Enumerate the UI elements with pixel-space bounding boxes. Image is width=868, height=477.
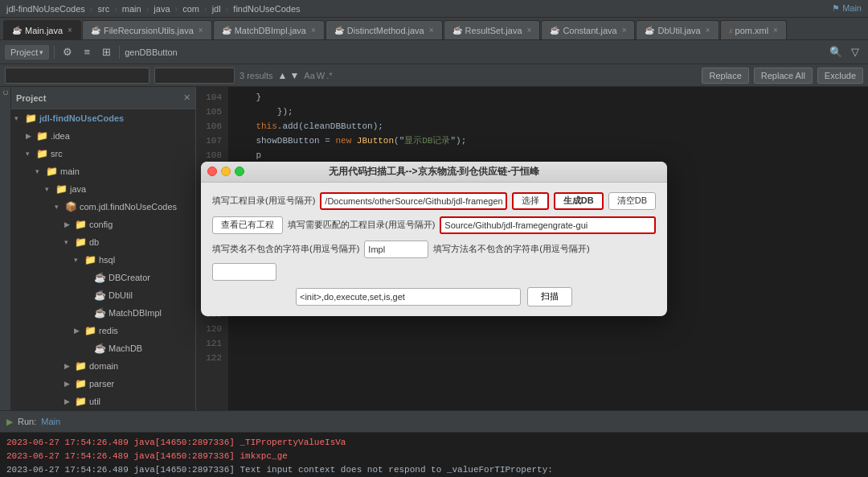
classname-filter-input[interactable] <box>364 241 428 258</box>
code-line: p <box>235 148 862 162</box>
tab-close4[interactable]: × <box>429 26 434 35</box>
tab-matchdbimpl[interactable]: ☕ MatchDBImpl.java × <box>213 20 325 39</box>
tree-item-parser[interactable]: ▶ 📁 parser <box>11 375 195 393</box>
minimize-button[interactable] <box>221 167 231 176</box>
dialog-row4: 扫描 <box>212 287 656 306</box>
arrow-expand: ▾ <box>14 114 23 122</box>
select-button[interactable]: 选择 <box>512 192 549 210</box>
java-icon5: ☕ <box>452 26 462 35</box>
tab-close3[interactable]: × <box>311 26 316 35</box>
search-toolbar-icon[interactable]: 🔍 <box>828 44 844 60</box>
left-panel: C <box>0 87 11 410</box>
tab-close7[interactable]: × <box>706 26 710 35</box>
tab-close[interactable]: × <box>68 26 72 35</box>
filter-icon[interactable]: ⊞ <box>98 44 114 60</box>
regex-icon[interactable]: .* <box>326 71 332 80</box>
tab-pom[interactable]: 𝑥 pom.xml × <box>720 20 787 39</box>
tree-label10: DBCreator <box>108 273 150 282</box>
arrow-up-icon[interactable]: ▲ <box>278 70 288 81</box>
tree-item-domain[interactable]: ▶ 📁 domain <box>11 357 195 375</box>
project-dropdown[interactable]: Project ▾ <box>5 45 49 60</box>
tree-item-java[interactable]: ▾ 📁 java <box>11 180 195 198</box>
code-line: this.add(cleanDBButton); <box>235 119 862 134</box>
tree-item-idea[interactable]: ▶ 📁 .idea <box>11 127 195 145</box>
tree-item-db[interactable]: ▾ 📁 db <box>11 233 195 251</box>
collapse-icon[interactable]: ▽ <box>847 44 863 60</box>
arrow-down-icon[interactable]: ▼ <box>289 70 299 81</box>
match-path-input[interactable] <box>440 216 656 234</box>
view-projects-button[interactable]: 查看已有工程 <box>212 216 283 234</box>
tab-filerecursion[interactable]: ☕ FileRecursionUtils.java × <box>82 20 212 39</box>
close-sidebar-icon[interactable]: ✕ <box>183 93 190 103</box>
exclude-methods-input[interactable] <box>296 288 521 306</box>
tree-item-dbutil[interactable]: ▶ ☕ DbUtil <box>11 286 195 304</box>
run-bar: ▶ Run: Main <box>0 410 868 433</box>
tab-close5[interactable]: × <box>527 26 532 35</box>
arrow-config: ▶ <box>64 220 72 228</box>
tab-constant[interactable]: ☕ Constant.java × <box>541 20 635 39</box>
tab-distinctmethod[interactable]: ☕ DistinctMethod.java × <box>326 20 443 39</box>
arrow-redis: ▶ <box>74 327 82 335</box>
gendb-button: genDBButton <box>125 47 177 57</box>
tab-dbutil[interactable]: ☕ DbUtil.java × <box>636 20 719 39</box>
vertical-panel-btn[interactable]: C <box>2 90 10 96</box>
tree-item-redis[interactable]: ▶ 📁 redis <box>11 322 195 339</box>
tree-label4: main <box>60 167 80 176</box>
tree-item-package[interactable]: ▾ 📦 com.jdl.findNoUseCodes <box>11 198 195 216</box>
scan-button[interactable]: 扫描 <box>527 287 572 306</box>
tree-item-util[interactable]: ▶ 📁 util <box>11 393 195 410</box>
tree-item-root[interactable]: ▾ 📁 jdl-findNoUseCodes <box>11 109 195 127</box>
align-left-icon[interactable]: ≡ <box>79 44 95 60</box>
close-button[interactable] <box>207 167 217 176</box>
tree-item-hsql[interactable]: ▾ 📁 hsql <box>11 251 195 269</box>
tree-item-machdb[interactable]: ▶ ☕ MachDB <box>11 339 195 357</box>
arrow-domain: ▶ <box>64 362 72 370</box>
word-icon[interactable]: W <box>317 71 325 80</box>
tree-item-src[interactable]: ▾ 📁 src <box>11 145 195 162</box>
tree-item-dbcreator[interactable]: ▶ ☕ DBCreator <box>11 269 195 286</box>
arrow-util: ▶ <box>64 397 72 405</box>
run-icon[interactable]: ▶ <box>6 417 13 427</box>
java-icon4: ☕ <box>334 26 344 35</box>
methodname-filter-input[interactable] <box>212 263 276 281</box>
traffic-lights <box>207 167 244 176</box>
dialog[interactable]: 无用代码扫描工具-->京东物流-到仓供应链-于恒峰 填写工程目录(用逗号隔开) … <box>201 162 667 316</box>
arrow-expand5: ▾ <box>55 203 63 211</box>
dbcreator-icon: ☕ <box>94 272 106 283</box>
row3-label1: 填写类名不包含的字符串(用逗号隔开) <box>212 243 359 255</box>
hsql-icon: 📁 <box>84 254 96 265</box>
tree-label6: com.jdl.findNoUseCodes <box>80 202 177 212</box>
tab-close2[interactable]: × <box>199 26 203 35</box>
tab-label7: DbUtil.java <box>657 26 700 35</box>
tree-item-main[interactable]: ▾ 📁 main <box>11 162 195 180</box>
tree-item-matchdbimpl[interactable]: ▶ ☕ MatchDBImpl <box>11 304 195 322</box>
tree-label: jdl-findNoUseCodes <box>39 113 124 123</box>
search-input[interactable] <box>5 68 149 84</box>
tab-close8[interactable]: × <box>773 26 778 35</box>
replace-input[interactable] <box>154 68 235 84</box>
exclude-button[interactable]: Exclude <box>817 68 863 84</box>
tab-main-java[interactable]: ☕ Main.java × <box>3 20 81 39</box>
settings-icon[interactable]: ⚙ <box>59 44 76 60</box>
tree-item-config[interactable]: ▶ 📁 config <box>11 216 195 233</box>
util-icon: 📁 <box>75 396 87 407</box>
top-bar: jdl-findNoUseCodes › src › main › java ›… <box>0 0 868 18</box>
code-line: showDBButton = new JButton("显示DB记录"); <box>235 134 862 148</box>
project-path-input[interactable] <box>320 192 507 210</box>
replace-all-button[interactable]: Replace All <box>754 68 813 84</box>
arrow-expand2: ▾ <box>26 150 34 158</box>
run-main[interactable]: Main <box>41 417 60 426</box>
maximize-button[interactable] <box>235 167 244 176</box>
options-icon[interactable]: Aa <box>304 71 314 80</box>
tab-label: Main.java <box>25 26 63 35</box>
arrow-parser: ▶ <box>64 380 72 388</box>
replace-button[interactable]: Replace <box>702 68 748 84</box>
toolbar: Project ▾ ⚙ ≡ ⊞ genDBButton 🔍 ▽ <box>0 40 868 64</box>
tab-close6[interactable]: × <box>622 26 627 35</box>
generate-db-button[interactable]: 生成DB <box>554 192 604 210</box>
src-icon: 📁 <box>36 148 48 159</box>
clear-db-button[interactable]: 清空DB <box>608 192 656 210</box>
tree-label7: config <box>89 220 113 229</box>
tab-resultset[interactable]: ☕ ResultSet.java × <box>444 20 541 39</box>
java-icon2: ☕ <box>91 26 100 35</box>
